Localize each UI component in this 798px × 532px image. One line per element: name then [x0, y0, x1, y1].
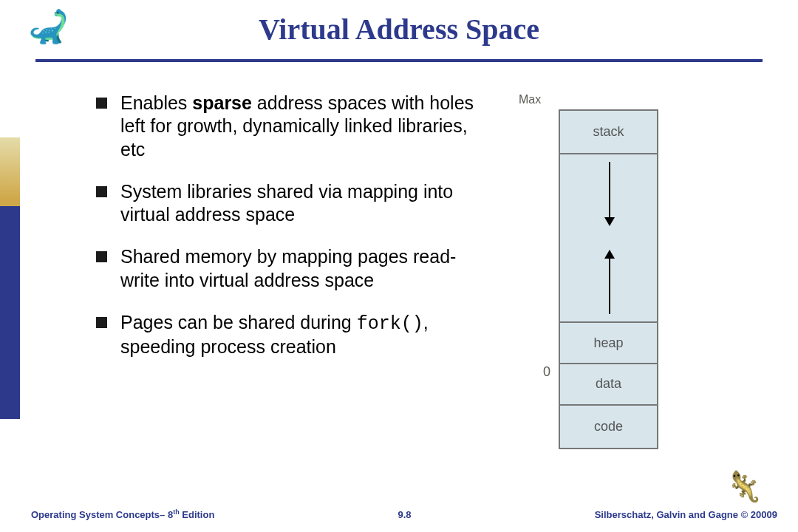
address-space-diagram: Max stack heap data code 0	[502, 92, 724, 378]
text: Edition	[180, 509, 215, 520]
text-code: fork()	[357, 313, 423, 335]
bullet-1-text: Enables sparse address spaces with holes…	[120, 92, 480, 161]
text: Operating System Concepts– 8	[31, 509, 173, 520]
text: Enables	[120, 92, 192, 113]
bullet-square-icon	[96, 317, 107, 328]
label-max: Max	[519, 93, 541, 106]
segment-heap: heap	[560, 323, 657, 364]
slide: 🦕 Virtual Address Space Enables sparse a…	[0, 0, 798, 532]
bullet-square-icon	[96, 98, 107, 109]
dinosaur-icon: 🦎	[726, 469, 763, 504]
bullet-1: Enables sparse address spaces with holes…	[96, 92, 480, 161]
bullet-square-icon	[96, 186, 107, 197]
segment-stack: stack	[560, 111, 657, 154]
bullet-4-text: Pages can be shared during fork(), speed…	[120, 311, 480, 359]
text-bold: sparse	[192, 92, 252, 113]
segment-data: data	[560, 364, 657, 406]
label-zero: 0	[543, 364, 550, 380]
bullet-2: System libraries shared via mapping into…	[96, 180, 480, 227]
accent-gold-bar	[0, 137, 20, 206]
arrow-down-icon	[609, 162, 610, 225]
text: Pages can be shared during	[120, 312, 357, 332]
bullet-3-text: Shared memory by mapping pages read-writ…	[120, 245, 480, 292]
bullet-3: Shared memory by mapping pages read-writ…	[96, 245, 480, 292]
memory-column: stack heap data code	[559, 109, 658, 449]
accent-blue-bar	[0, 206, 20, 419]
dinosaur-icon: 🦕	[28, 7, 69, 46]
book-title: Operating System Concepts– 8th Edition	[31, 508, 214, 520]
slide-body: Enables sparse address spaces with holes…	[0, 62, 798, 378]
bullet-list: Enables sparse address spaces with holes…	[96, 92, 480, 378]
title-row: 🦕 Virtual Address Space	[0, 7, 798, 59]
bullet-4: Pages can be shared during fork(), speed…	[96, 311, 480, 359]
bullet-square-icon	[96, 251, 107, 262]
page-number: 9.8	[398, 509, 411, 520]
segment-code: code	[560, 406, 657, 448]
text-superscript: th	[173, 508, 180, 516]
slide-title: Virtual Address Space	[0, 7, 798, 47]
segment-gap	[560, 154, 657, 323]
slide-footer: Operating System Concepts– 8th Edition 9…	[0, 508, 798, 520]
credits: Silberschatz, Galvin and Gagne © 20009	[595, 509, 777, 520]
bullet-2-text: System libraries shared via mapping into…	[120, 180, 480, 227]
arrow-up-icon	[609, 250, 610, 314]
